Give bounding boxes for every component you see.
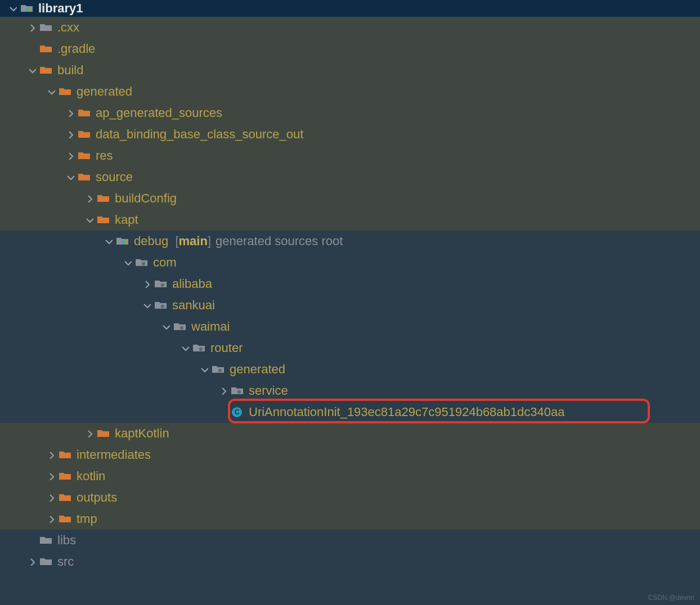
chevron-down-icon[interactable] bbox=[84, 215, 95, 225]
package-label: waimai bbox=[191, 316, 230, 337]
tree-row[interactable]: debug [main] generated sources root bbox=[0, 231, 700, 252]
tree-row[interactable]: sankuai bbox=[0, 295, 700, 316]
folder-label: res bbox=[96, 145, 113, 166]
root-label: library1 bbox=[38, 0, 83, 19]
tree-row[interactable]: kaptKotlin bbox=[0, 423, 700, 444]
chevron-right-icon[interactable] bbox=[46, 450, 56, 460]
folder-label: libs bbox=[57, 530, 76, 551]
folder-label: debug [main] bbox=[134, 231, 211, 252]
tree-row[interactable]: libs bbox=[0, 530, 700, 551]
package-icon bbox=[173, 321, 187, 332]
tree-row[interactable]: buildConfig bbox=[0, 188, 700, 209]
tree-row[interactable]: kapt bbox=[0, 209, 700, 231]
tree-row[interactable]: intermediates bbox=[0, 444, 700, 466]
tree-row[interactable]: .cxx bbox=[0, 17, 700, 38]
folder-label: data_binding_base_class_source_out bbox=[96, 124, 303, 145]
folder-label: intermediates bbox=[77, 444, 151, 466]
chevron-down-icon[interactable] bbox=[199, 364, 209, 374]
tree-row[interactable]: router bbox=[0, 337, 700, 359]
tree-row-file[interactable]: UriAnnotationInit_193ec81a29c7c951924b68… bbox=[0, 401, 700, 423]
folder-icon bbox=[97, 214, 110, 225]
chevron-down-icon[interactable] bbox=[123, 258, 133, 268]
package-label: router bbox=[210, 337, 243, 359]
package-label: generated bbox=[230, 359, 285, 380]
tree-row[interactable]: src bbox=[0, 551, 700, 572]
package-icon bbox=[154, 300, 168, 311]
tree-row[interactable]: data_binding_base_class_source_out bbox=[0, 124, 700, 145]
folder-label: tmp bbox=[77, 508, 97, 530]
chevron-right-icon[interactable] bbox=[46, 471, 56, 481]
tree-row[interactable]: tmp bbox=[0, 508, 700, 530]
tree-row[interactable]: kotlin bbox=[0, 466, 700, 487]
chevron-right-icon[interactable] bbox=[65, 129, 75, 139]
chevron-right-icon[interactable] bbox=[218, 386, 228, 396]
package-icon bbox=[154, 278, 168, 290]
tree-row[interactable]: waimai bbox=[0, 316, 700, 337]
tree-row[interactable]: .gradle bbox=[0, 38, 700, 60]
folder-icon bbox=[39, 556, 53, 567]
folder-icon bbox=[39, 65, 53, 76]
folder-icon bbox=[78, 129, 91, 140]
folder-icon bbox=[78, 107, 91, 119]
tree-row[interactable]: ap_generated_sources bbox=[0, 102, 700, 124]
chevron-down-icon[interactable] bbox=[104, 236, 114, 246]
chevron-down-icon[interactable] bbox=[46, 87, 56, 97]
folder-label: .cxx bbox=[57, 17, 79, 38]
folder-label: generated bbox=[77, 81, 132, 102]
folder-label: kapt bbox=[115, 209, 138, 231]
chevron-right-icon[interactable] bbox=[27, 557, 37, 567]
folder-icon bbox=[59, 471, 72, 482]
watermark: CSDN @devnn bbox=[648, 594, 694, 602]
folder-icon bbox=[97, 428, 110, 439]
chevron-right-icon[interactable] bbox=[65, 108, 75, 118]
folder-icon bbox=[39, 43, 53, 55]
tree-row[interactable]: generated bbox=[0, 359, 700, 380]
folder-icon bbox=[97, 193, 110, 204]
tree-row[interactable]: generated bbox=[0, 81, 700, 102]
chevron-down-icon[interactable] bbox=[142, 300, 152, 310]
folder-icon bbox=[39, 22, 53, 33]
class-icon bbox=[231, 407, 244, 418]
tree-row[interactable]: com bbox=[0, 252, 700, 273]
folder-label: build bbox=[57, 60, 83, 81]
package-icon bbox=[231, 385, 244, 396]
chevron-down-icon[interactable] bbox=[8, 3, 18, 13]
folder-label: kotlin bbox=[77, 466, 105, 487]
tree-root-row[interactable]: library1 bbox=[0, 0, 700, 17]
chevron-right-icon[interactable] bbox=[46, 514, 56, 524]
folder-label: buildConfig bbox=[115, 188, 177, 209]
folder-icon bbox=[78, 150, 91, 161]
chevron-right-icon[interactable] bbox=[65, 151, 75, 161]
folder-label: ap_generated_sources bbox=[96, 102, 222, 124]
module-icon bbox=[20, 3, 34, 14]
class-file-label: UriAnnotationInit_193ec81a29c7c951924b68… bbox=[249, 401, 564, 423]
tree-row[interactable]: build bbox=[0, 60, 700, 81]
package-label: service bbox=[249, 380, 288, 401]
chevron-down-icon[interactable] bbox=[27, 65, 37, 75]
chevron-down-icon[interactable] bbox=[180, 343, 190, 353]
chevron-down-icon[interactable] bbox=[161, 322, 171, 332]
chevron-right-icon[interactable] bbox=[84, 428, 95, 439]
folder-label: src bbox=[57, 551, 74, 572]
chevron-right-icon[interactable] bbox=[27, 22, 37, 33]
chevron-down-icon[interactable] bbox=[65, 172, 75, 182]
tree-row[interactable]: source bbox=[0, 166, 700, 188]
project-tree: library1 .cxx .gradle build generated ap… bbox=[0, 0, 700, 572]
chevron-right-icon[interactable] bbox=[46, 493, 56, 503]
package-label: sankuai bbox=[172, 295, 215, 316]
folder-label: source bbox=[96, 166, 133, 188]
tree-row[interactable]: service bbox=[0, 380, 700, 401]
folder-label: .gradle bbox=[57, 38, 95, 60]
chevron-right-icon[interactable] bbox=[142, 279, 152, 289]
folder-icon bbox=[59, 492, 72, 503]
chevron-right-icon[interactable] bbox=[84, 193, 95, 204]
folder-icon bbox=[59, 513, 72, 525]
tree-row[interactable]: res bbox=[0, 145, 700, 166]
folder-label: kaptKotlin bbox=[115, 423, 169, 444]
package-icon bbox=[192, 342, 206, 354]
tree-row[interactable]: alibaba bbox=[0, 273, 700, 295]
bracket-close: ] bbox=[208, 234, 211, 248]
sourceset-main: main bbox=[179, 234, 208, 248]
tree-row[interactable]: outputs bbox=[0, 487, 700, 508]
package-label: com bbox=[153, 252, 177, 273]
